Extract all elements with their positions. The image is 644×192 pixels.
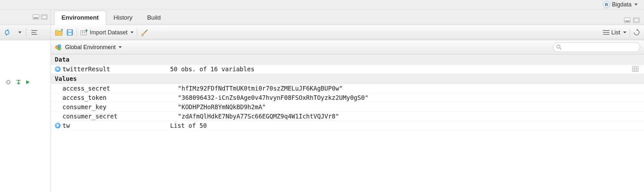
environment-scope-icon bbox=[55, 44, 62, 51]
svg-rect-7 bbox=[68, 30, 71, 32]
import-dataset-label: Import Dataset bbox=[90, 29, 128, 36]
svg-point-19 bbox=[57, 47, 61, 50]
env-row[interactable]: access_secret "hfIMz92FDfNdTTmUK0tmi0r70… bbox=[51, 84, 644, 93]
svg-rect-22 bbox=[632, 66, 638, 72]
environment-pane: Environment History Build Import bbox=[51, 9, 644, 192]
tab-history[interactable]: History bbox=[106, 11, 140, 25]
variable-value: "hfIMz92FDfNdTTmUK0tmi0r70szZMELuJF6KAgB… bbox=[178, 85, 627, 92]
svg-point-4 bbox=[7, 81, 10, 84]
variable-value: "zdAfmQlHdkE7NbyA77Sc66EGQMZ9q4W1IchtVQJ… bbox=[178, 113, 627, 120]
separator bbox=[630, 28, 630, 37]
variable-value: "KODHPZHoR8YmNQkBD9h2mA" bbox=[178, 103, 627, 110]
rstudio-window: R Bigdata bbox=[0, 0, 644, 192]
search-input[interactable] bbox=[564, 44, 637, 50]
pane-window-controls bbox=[624, 18, 644, 25]
minimize-pane-icon[interactable] bbox=[33, 14, 39, 20]
variable-name: consumer_secret bbox=[62, 113, 118, 120]
pane-tabs: Environment History Build bbox=[51, 9, 644, 25]
variable-name: access_secret bbox=[62, 85, 110, 92]
chevron-down-icon bbox=[130, 31, 134, 33]
console-dock-icons bbox=[0, 79, 51, 85]
environment-toolbar: Import Dataset List bbox=[51, 25, 644, 40]
chevron-down-icon[interactable] bbox=[18, 31, 21, 33]
variable-value: "368096432-iCnZs0Age0v47hvynF08FSOxRhTOy… bbox=[178, 94, 627, 101]
svg-point-0 bbox=[5, 31, 9, 34]
variable-name: access_token bbox=[62, 94, 106, 101]
svg-rect-8 bbox=[68, 33, 71, 35]
section-header-data: Data bbox=[51, 55, 644, 65]
maximize-pane-icon[interactable] bbox=[41, 14, 47, 20]
source-toolbar bbox=[0, 25, 51, 40]
section-header-values: Values bbox=[51, 74, 644, 84]
environment-list: Data twitterResult 50 obs. of 16 variabl… bbox=[51, 55, 644, 192]
back-forward-icon[interactable] bbox=[4, 29, 13, 36]
run-icon[interactable] bbox=[26, 80, 30, 85]
source-pane bbox=[0, 9, 51, 192]
project-name: Bigdata bbox=[612, 1, 632, 8]
grid-view-icon[interactable] bbox=[632, 66, 639, 72]
env-row[interactable]: consumer_secret "zdAfmQlHdkE7NbyA77Sc66E… bbox=[51, 112, 644, 121]
env-row[interactable]: tw List of 50 bbox=[51, 121, 644, 130]
main-split: Environment History Build Import bbox=[0, 9, 644, 192]
clear-broom-icon[interactable] bbox=[140, 29, 148, 36]
gear-icon[interactable] bbox=[5, 79, 12, 85]
env-row[interactable]: twitterResult 50 obs. of 16 variables bbox=[51, 65, 644, 74]
search-box[interactable] bbox=[553, 42, 640, 52]
scope-selector-row: Global Environment bbox=[51, 40, 644, 55]
collapse-icon[interactable] bbox=[16, 80, 21, 85]
open-folder-icon[interactable] bbox=[55, 29, 63, 36]
search-icon bbox=[557, 45, 562, 50]
import-dataset-button[interactable]: Import Dataset bbox=[80, 29, 134, 36]
view-mode-label: List bbox=[611, 29, 620, 36]
variable-name: tw bbox=[62, 122, 70, 129]
chevron-down-icon bbox=[119, 46, 122, 48]
separator bbox=[137, 28, 137, 37]
variable-value: List of 50 bbox=[170, 122, 627, 129]
scope-label: Global Environment bbox=[65, 44, 116, 51]
text-align-icon[interactable] bbox=[31, 30, 38, 35]
maximize-pane-icon[interactable] bbox=[633, 18, 640, 23]
save-icon[interactable] bbox=[66, 29, 73, 36]
tab-build[interactable]: Build bbox=[140, 11, 168, 25]
svg-line-13 bbox=[145, 30, 147, 32]
scope-selector[interactable]: Global Environment bbox=[65, 44, 122, 51]
variable-name: consumer_key bbox=[62, 103, 106, 110]
svg-rect-9 bbox=[81, 31, 87, 35]
expand-icon[interactable] bbox=[55, 66, 61, 72]
minimize-pane-icon[interactable] bbox=[624, 18, 631, 23]
variable-value: 50 obs. of 16 variables bbox=[170, 65, 627, 73]
separator bbox=[26, 28, 26, 37]
chevron-down-icon bbox=[623, 31, 626, 33]
list-icon bbox=[603, 30, 609, 35]
env-row[interactable]: access_token "368096432-iCnZs0Age0v47hvy… bbox=[51, 93, 644, 102]
source-pane-header bbox=[0, 9, 51, 25]
svg-point-20 bbox=[557, 45, 560, 48]
tab-environment[interactable]: Environment bbox=[54, 11, 106, 25]
import-icon bbox=[80, 29, 88, 36]
env-row[interactable]: consumer_key "KODHPZHoR8YmNQkBD9h2mA" bbox=[51, 102, 644, 112]
svg-line-21 bbox=[560, 48, 561, 49]
variable-name: twitterResult bbox=[62, 65, 110, 73]
top-menu-strip: R Bigdata bbox=[0, 0, 644, 9]
view-mode-toggle[interactable]: List bbox=[603, 29, 626, 36]
expand-icon[interactable] bbox=[55, 123, 61, 128]
refresh-icon[interactable] bbox=[633, 29, 640, 36]
project-selector[interactable]: R Bigdata bbox=[603, 1, 638, 8]
separator bbox=[77, 28, 77, 37]
chevron-down-icon bbox=[634, 4, 638, 5]
source-body bbox=[0, 40, 51, 192]
project-icon: R bbox=[603, 1, 610, 8]
